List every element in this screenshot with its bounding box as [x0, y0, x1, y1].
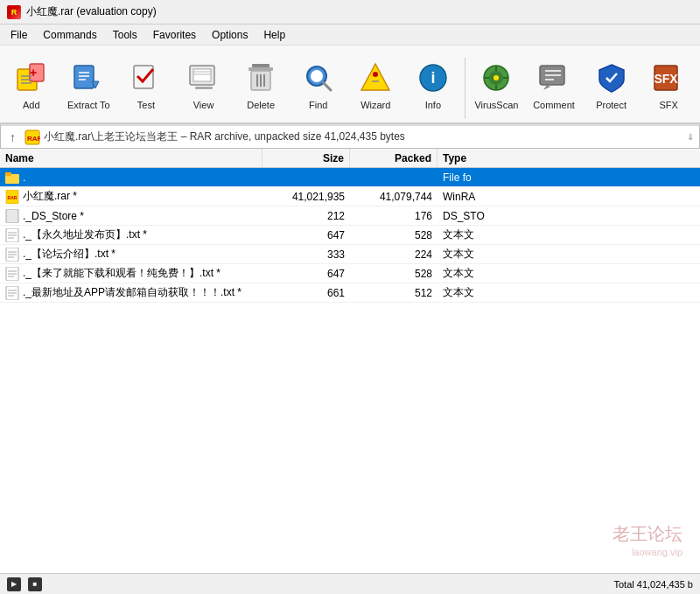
menu-item-commands[interactable]: Commands: [36, 27, 103, 43]
menu-item-file[interactable]: File: [4, 27, 34, 43]
svg-text:+: +: [30, 66, 37, 80]
status-total: Total 41,024,435 b: [613, 579, 693, 590]
table-row[interactable]: RAR小红魔.rar *41,021,93541,079,744WinRA: [0, 187, 700, 206]
svg-rect-48: [5, 172, 11, 176]
file-name: ._【来了就能下载和观看！纯免费！】.txt *: [23, 266, 220, 281]
file-name: ._最新地址及APP请发邮箱自动获取！！！.txt *: [23, 285, 242, 300]
file-name-cell: ._【论坛介绍】.txt *: [0, 245, 262, 263]
toolbar-btn-wizard[interactable]: Wizard: [347, 51, 403, 119]
file-type: 文本文: [438, 226, 700, 244]
file-name: ._DS_Store *: [23, 210, 84, 222]
toolbar-btn-virusscan[interactable]: VirusScan: [469, 51, 525, 119]
address-bar: ↑ RAR 小红魔.rar\上老王论坛当老王 – RAR archive, un…: [0, 124, 700, 149]
file-type: 文本文: [438, 264, 700, 283]
status-icon-2: ■: [28, 577, 42, 591]
toolbar-btn-find[interactable]: Find: [290, 51, 346, 119]
svg-rect-17: [252, 64, 270, 67]
file-name: ._【永久地址发布页】.txt *: [23, 227, 147, 242]
file-rows: .File foRAR小红魔.rar *41,021,93541,079,744…: [0, 168, 700, 573]
col-name[interactable]: Name: [0, 149, 262, 167]
table-row[interactable]: ._【永久地址发布页】.txt *647528文本文: [0, 226, 700, 245]
table-row[interactable]: .File fo: [0, 168, 700, 187]
extract-icon: [70, 59, 107, 96]
svg-marker-42: [543, 85, 550, 90]
svg-text:RAR: RAR: [8, 195, 18, 200]
toolbar-btn-label-wizard: Wizard: [360, 100, 390, 110]
col-size[interactable]: Size: [262, 149, 350, 167]
menu-item-options[interactable]: Options: [205, 27, 255, 43]
toolbar-btn-label-virusscan: VirusScan: [474, 100, 518, 110]
table-row[interactable]: ._【来了就能下载和观看！纯免费！】.txt *647528文本文: [0, 264, 700, 283]
nav-up-button[interactable]: ↑: [6, 130, 19, 144]
file-name: ._【论坛介绍】.txt *: [23, 247, 116, 262]
menu-item-help[interactable]: Help: [256, 27, 292, 43]
file-size: 212: [262, 208, 350, 224]
file-name: .: [23, 171, 25, 184]
toolbar-btn-extract[interactable]: Extract To: [61, 51, 117, 119]
table-row[interactable]: ._DS_Store *212176DS_STO: [0, 206, 700, 226]
file-packed: 528: [350, 227, 438, 243]
toolbar-btn-info[interactable]: iInfo: [405, 51, 461, 119]
col-type[interactable]: Type: [438, 149, 700, 167]
address-expand-button[interactable]: ⇓: [687, 132, 694, 142]
file-packed: [350, 176, 438, 179]
svg-rect-6: [74, 66, 94, 88]
toolbar-btn-test[interactable]: Test: [118, 51, 174, 119]
file-packed: 41,079,744: [350, 189, 438, 205]
svg-point-24: [311, 70, 323, 82]
toolbar-btn-add[interactable]: +Add: [4, 51, 60, 119]
toolbar-btn-view[interactable]: View: [176, 51, 232, 119]
table-row[interactable]: ._最新地址及APP请发邮箱自动获取！！！.txt *661512文本文: [0, 283, 700, 303]
file-list-header: Name Size Packed Type: [0, 149, 700, 168]
file-icon-txt: [5, 248, 19, 262]
file-type: DS_STO: [438, 208, 700, 224]
file-size: 647: [262, 227, 350, 243]
add-icon: +: [13, 59, 50, 96]
svg-text:RAR: RAR: [27, 135, 40, 143]
file-packed: 528: [350, 266, 438, 282]
toolbar-btn-sfx[interactable]: SFXSFX: [640, 51, 696, 119]
file-name-cell: ._最新地址及APP请发邮箱自动获取！！！.txt *: [0, 283, 262, 302]
file-icon-folder: [5, 171, 19, 185]
toolbar-btn-delete[interactable]: Delete: [233, 51, 289, 119]
title-bar: R 小红魔.rar (evaluation copy): [0, 0, 700, 24]
address-path: RAR 小红魔.rar\上老王论坛当老王 – RAR archive, unpa…: [24, 129, 682, 145]
toolbar-btn-label-find: Find: [309, 100, 327, 110]
file-size: 661: [262, 285, 350, 301]
file-name-cell: .: [0, 169, 262, 186]
virusscan-icon: [478, 59, 514, 96]
file-size: 333: [262, 247, 350, 262]
file-size: 41,021,935: [262, 189, 350, 205]
file-packed: 176: [350, 208, 438, 224]
status-bar: ▶ ■ Total 41,024,435 b: [0, 573, 700, 594]
table-row[interactable]: ._【论坛介绍】.txt *333224文本文: [0, 245, 700, 264]
toolbar-separator: [465, 58, 466, 119]
col-packed[interactable]: Packed: [350, 149, 438, 167]
toolbar-btn-label-protect: Protect: [596, 100, 626, 110]
svg-point-33: [494, 75, 499, 80]
toolbar-btn-comment[interactable]: Comment: [526, 51, 582, 119]
file-name-cell: ._【来了就能下载和观看！纯免费！】.txt *: [0, 264, 262, 283]
file-icon-file: [5, 209, 19, 223]
menu-item-favorites[interactable]: Favorites: [146, 27, 203, 43]
toolbar-btn-protect[interactable]: Protect: [584, 51, 640, 119]
svg-rect-16: [195, 87, 213, 89]
view-icon: [186, 59, 222, 96]
file-icon-rar: RAR: [5, 190, 19, 204]
toolbar-btn-label-add: Add: [23, 100, 40, 110]
toolbar-btn-label-comment: Comment: [533, 100, 575, 110]
test-icon: [128, 59, 164, 96]
svg-text:SFX: SFX: [654, 72, 679, 86]
menu-item-tools[interactable]: Tools: [106, 27, 144, 43]
file-icon-txt: [5, 228, 19, 242]
title-text: 小红魔.rar (evaluation copy): [26, 4, 157, 19]
file-icon-txt: [5, 267, 19, 281]
comment-icon: [536, 59, 572, 96]
file-type: 文本文: [438, 245, 700, 263]
file-packed: 512: [350, 285, 438, 301]
delete-icon: [242, 59, 279, 96]
file-type: 文本文: [438, 283, 700, 302]
toolbar-btn-label-sfx: SFX: [659, 100, 677, 110]
protect-icon: [593, 59, 630, 96]
svg-point-27: [373, 72, 378, 77]
